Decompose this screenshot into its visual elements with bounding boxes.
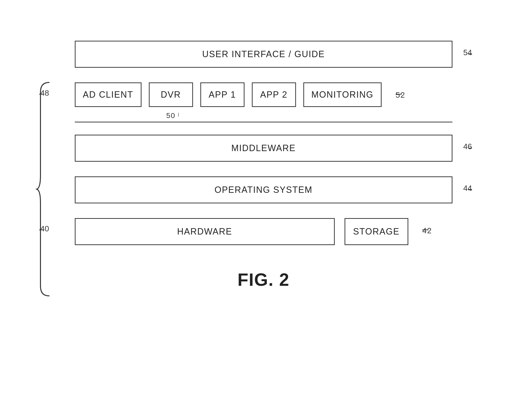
- hardware-box: HARDWARE: [75, 218, 335, 245]
- app1-box: APP 1: [200, 82, 244, 107]
- label-50: 50: [166, 111, 175, 120]
- tick-52-icon: [396, 92, 403, 97]
- tick-46-icon: [468, 146, 473, 151]
- hardware-label: HARDWARE: [177, 226, 232, 237]
- row-ui-guide: USER INTERFACE / GUIDE 54: [55, 41, 472, 68]
- ad-client-box: AD CLIENT: [75, 82, 141, 107]
- os-box: OPERATING SYSTEM: [75, 176, 452, 203]
- diagram-container: USER INTERFACE / GUIDE 54 48 AD CLIENT D…: [31, 26, 497, 394]
- app2-label: APP 2: [260, 90, 287, 100]
- tick-48-icon: [38, 92, 43, 97]
- os-label: OPERATING SYSTEM: [215, 185, 312, 195]
- tick-50-icon: [178, 112, 186, 119]
- tick-42-icon: [422, 227, 430, 232]
- tick-40-icon: [38, 227, 43, 232]
- ad-client-label: AD CLIENT: [83, 90, 133, 100]
- storage-label: STORAGE: [353, 226, 399, 237]
- row-apps: 48 AD CLIENT DVR 50: [55, 82, 472, 107]
- row-os: OPERATING SYSTEM 44: [55, 176, 472, 203]
- dvr-box: DVR 50: [149, 82, 193, 107]
- monitoring-label: MONITORING: [311, 90, 373, 100]
- app2-box: APP 2: [252, 82, 296, 107]
- row-hardware: 40 HARDWARE STORAGE 42: [55, 218, 472, 245]
- storage-box: STORAGE 42: [345, 218, 408, 245]
- apps-group: AD CLIENT DVR 50 APP 1 APP 2: [75, 82, 472, 107]
- tick-44-icon: [468, 187, 473, 192]
- monitoring-box: MONITORING 52: [303, 82, 382, 107]
- middleware-box: MIDDLEWARE: [75, 135, 452, 162]
- ui-guide-label: USER INTERFACE / GUIDE: [202, 49, 325, 59]
- diagram-content: USER INTERFACE / GUIDE 54 48 AD CLIENT D…: [55, 41, 472, 245]
- curly-brace-icon: [36, 80, 53, 298]
- figure-caption: FIG. 2: [237, 270, 289, 290]
- tick-54-icon: [468, 52, 473, 57]
- dvr-label: DVR: [161, 90, 181, 100]
- middleware-label: MIDDLEWARE: [231, 143, 296, 153]
- app1-label: APP 1: [209, 90, 236, 100]
- ui-guide-box: USER INTERFACE / GUIDE: [75, 41, 452, 68]
- fig-caption-text: FIG. 2: [237, 270, 289, 289]
- row-middleware: MIDDLEWARE 46: [55, 135, 472, 162]
- divider-line: [75, 122, 452, 122]
